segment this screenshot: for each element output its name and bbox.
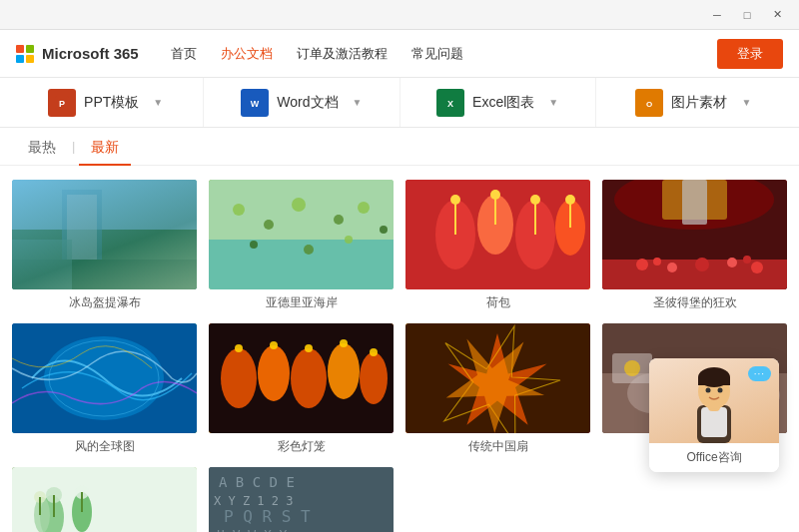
category-ppt-label: PPT模板 [84,94,139,112]
svg-point-62 [340,339,348,347]
category-ppt[interactable]: P PPT模板 ▼ [8,78,204,127]
svg-rect-49 [682,180,707,225]
svg-rect-13 [12,240,72,289]
svg-point-42 [667,263,677,272]
svg-point-46 [751,262,763,273]
svg-rect-11 [67,195,97,265]
grid-label-1: 冰岛盔提瀑布 [12,294,197,311]
grid-image-7 [405,323,590,433]
category-word[interactable]: W Word文档 ▼ [204,78,400,127]
grid-label-5: 风的全球图 [12,438,197,455]
chat-dots-icon: ··· [748,366,771,381]
word-arrow-icon: ▼ [353,97,363,108]
header: Microsoft 365 首页 办公文档 订单及激活教程 常见问题 登录 [0,30,799,78]
svg-rect-98 [698,377,730,385]
img-icon: O [635,89,663,117]
category-word-label: Word文档 [277,94,338,112]
grid-item-3[interactable]: 荷包 [405,180,590,311]
ppt-arrow-icon: ▼ [153,97,163,108]
grid-label-7: 传统中国扇 [405,438,590,455]
svg-point-44 [695,258,709,271]
category-img-label: 图片素材 [671,94,727,112]
svg-point-22 [250,241,258,249]
grid-image-6 [209,323,394,433]
svg-point-47 [743,256,751,264]
filter-divider: | [72,139,75,154]
nav-faq[interactable]: 常见问题 [411,45,463,63]
grid-image-4 [602,180,787,289]
grid-item-10[interactable]: A B C D E X Y Z 1 2 3 P Q R S T U V W X … [209,467,394,532]
excel-icon: X [436,89,464,117]
svg-point-63 [370,348,378,356]
svg-point-23 [304,245,314,255]
svg-text:A B C D E: A B C D E [219,474,295,490]
filter-bar: 最热 | 最新 [0,128,799,166]
logo-title: Microsoft 365 [42,45,139,62]
svg-rect-8 [12,180,197,240]
login-button[interactable]: 登录 [717,39,783,69]
tab-hot[interactable]: 最热 [16,128,68,166]
grid-image-2 [209,180,394,289]
svg-point-100 [718,388,723,393]
close-button[interactable]: ✕ [763,4,791,26]
grid-item-1[interactable]: 冰岛盔提瀑布 [12,180,197,311]
word-icon: W [241,89,269,117]
svg-text:X: X [447,99,453,109]
svg-point-20 [358,202,370,214]
grid-image-10: A B C D E X Y Z 1 2 3 P Q R S T U V W X … [209,467,394,532]
nav-links: 首页 办公文档 订单及激活教程 常见问题 [171,45,717,63]
grid-image-9 [12,467,197,532]
grid-item-2[interactable]: 亚德里亚海岸 [209,180,394,311]
svg-point-99 [706,388,711,393]
svg-point-73 [624,360,640,376]
svg-rect-10 [62,190,102,269]
category-bar: P PPT模板 ▼ W Word文档 ▼ X Excel图表 ▼ O 图片素材 … [0,78,799,128]
svg-rect-15 [209,240,394,289]
logo: Microsoft 365 [16,45,139,63]
grid-item-7[interactable]: 传统中国扇 [405,323,590,455]
grid-label-3: 荷包 [405,294,590,311]
svg-text:W: W [251,99,260,109]
svg-point-60 [270,341,278,349]
grid-image-1 [12,180,197,289]
grid-item-4[interactable]: 圣彼得堡的狂欢 [602,180,787,311]
img-arrow-icon: ▼ [741,97,751,108]
ppt-icon: P [48,89,76,117]
svg-rect-12 [12,260,197,289]
svg-point-55 [258,345,290,401]
minimize-button[interactable]: ─ [703,4,731,26]
svg-point-56 [291,348,327,408]
grid-item-5[interactable]: 风的全球图 [12,323,197,455]
svg-point-45 [727,258,737,267]
chat-label: Office咨询 [649,443,779,472]
tab-new[interactable]: 最新 [79,128,131,166]
nav-home[interactable]: 首页 [171,45,197,63]
svg-text:X Y Z 1 2 3: X Y Z 1 2 3 [214,494,293,508]
maximize-button[interactable]: □ [733,4,761,26]
category-excel-label: Excel图表 [472,94,534,112]
grid-item-9[interactable]: 罂粟花 [12,467,197,532]
svg-point-57 [328,343,360,399]
svg-text:O: O [646,100,652,109]
svg-point-59 [235,344,243,352]
grid-label-2: 亚德里亚海岸 [209,294,394,311]
grid-label-6: 彩色灯笼 [209,438,394,455]
category-excel[interactable]: X Excel图表 ▼ [400,78,596,127]
titlebar: ─ □ ✕ [0,0,799,30]
svg-text:P Q R S T: P Q R S T [224,507,311,526]
logo-icon [16,45,34,63]
svg-point-61 [305,344,313,352]
nav-order-activation[interactable]: 订单及激活教程 [297,45,388,63]
chat-bubble[interactable]: ··· Office咨询 [649,358,779,472]
image-grid: 冰岛盔提瀑布 亚德里亚海岸 [0,166,799,532]
grid-image-5 [12,323,197,433]
svg-point-17 [264,220,274,230]
grid-image-3 [405,180,590,289]
svg-point-43 [653,258,661,266]
svg-point-41 [636,259,648,270]
nav-office-docs[interactable]: 办公文档 [221,45,273,63]
grid-item-6[interactable]: 彩色灯笼 [209,323,394,455]
category-img[interactable]: O 图片素材 ▼ [596,78,791,127]
svg-point-18 [292,198,306,212]
svg-point-24 [345,236,353,244]
